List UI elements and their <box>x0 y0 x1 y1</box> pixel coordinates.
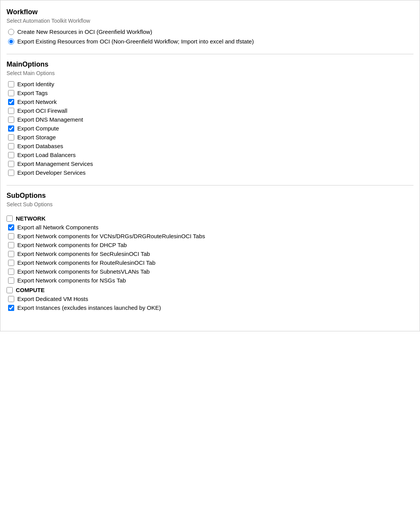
main-options-title: MainOptions <box>7 60 413 69</box>
checkbox-export-instances[interactable] <box>8 305 14 311</box>
workflow-option-greenfield[interactable]: Create New Resources in OCI (Greenfield … <box>8 28 413 35</box>
label-export-storage: Export Storage <box>17 134 56 140</box>
checkbox-export-identity[interactable] <box>8 81 14 87</box>
group-checkbox-compute-group[interactable] <box>7 287 13 293</box>
label-export-network: Export Network <box>17 99 57 105</box>
group-header-compute-group: COMPUTE <box>7 287 412 293</box>
workflow-radio-group: Create New Resources in OCI (Greenfield … <box>7 28 413 45</box>
main-option-export-network[interactable]: Export Network <box>8 99 412 105</box>
sub-option-export-secrules[interactable]: Export Network components for SecRulesin… <box>8 251 412 257</box>
sub-options-scroll[interactable]: NETWORKExport all Network ComponentsExpo… <box>7 212 413 314</box>
main-option-export-identity[interactable]: Export Identity <box>8 81 412 87</box>
label-export-secrules: Export Network components for SecRulesin… <box>17 251 150 257</box>
workflow-label-greenfield: Create New Resources in OCI (Greenfield … <box>17 28 152 35</box>
sub-options-subtitle: Select Sub Options <box>7 201 413 207</box>
label-export-identity: Export Identity <box>17 81 54 87</box>
checkbox-export-tags[interactable] <box>8 90 14 96</box>
sub-options-title: SubOptions <box>7 192 413 200</box>
label-export-subnetsvlans: Export Network components for SubnetsVLA… <box>17 268 150 275</box>
checkbox-export-dhcp[interactable] <box>8 242 14 248</box>
divider-1 <box>7 54 413 54</box>
checkbox-export-subnetsvlans[interactable] <box>8 269 14 275</box>
workflow-section: Workflow Select Automation Toolkit Workf… <box>7 8 413 45</box>
main-option-export-developer-services[interactable]: Export Developer Services <box>8 169 412 176</box>
workflow-option-non-greenfield[interactable]: Export Existing Resources from OCI (Non-… <box>8 38 413 45</box>
workflow-radio-non-greenfield[interactable] <box>8 38 14 45</box>
group-label-compute-group: COMPUTE <box>16 287 45 293</box>
label-export-compute: Export Compute <box>17 125 59 132</box>
group-header-network-group: NETWORK <box>7 215 412 222</box>
checkbox-export-nsgs[interactable] <box>8 277 14 284</box>
page-container: Workflow Select Automation Toolkit Workf… <box>0 0 420 331</box>
main-option-export-load-balancers[interactable]: Export Load Balancers <box>8 152 412 158</box>
checkbox-export-databases[interactable] <box>8 143 14 149</box>
checkbox-export-network[interactable] <box>8 99 14 105</box>
group-items-network-group: Export all Network ComponentsExport Netw… <box>7 224 412 284</box>
group-label-network-group: NETWORK <box>16 215 46 222</box>
label-export-developer-services: Export Developer Services <box>17 169 86 176</box>
label-export-routerules: Export Network components for RouteRules… <box>17 259 155 266</box>
main-option-export-tags[interactable]: Export Tags <box>8 90 412 96</box>
main-option-export-oci-firewall[interactable]: Export OCI Firewall <box>8 107 412 114</box>
label-export-nsgs: Export Network components for NSGs Tab <box>17 277 126 284</box>
checkbox-export-vcns-drgs[interactable] <box>8 233 14 239</box>
main-option-export-compute[interactable]: Export Compute <box>8 125 412 132</box>
sub-option-export-routerules[interactable]: Export Network components for RouteRules… <box>8 259 412 266</box>
sub-option-export-subnetsvlans[interactable]: Export Network components for SubnetsVLA… <box>8 268 412 275</box>
checkbox-export-routerules[interactable] <box>8 260 14 266</box>
workflow-label-non-greenfield: Export Existing Resources from OCI (Non-… <box>17 38 254 45</box>
checkbox-export-dns-management[interactable] <box>8 117 14 123</box>
main-option-export-databases[interactable]: Export Databases <box>8 143 412 149</box>
checkbox-export-developer-services[interactable] <box>8 170 14 176</box>
checkbox-export-dedicated-vm[interactable] <box>8 296 14 302</box>
workflow-subtitle: Select Automation Toolkit Workflow <box>7 18 413 24</box>
group-checkbox-network-group[interactable] <box>7 216 13 222</box>
sub-option-export-dhcp[interactable]: Export Network components for DHCP Tab <box>8 242 412 248</box>
main-option-export-dns-management[interactable]: Export DNS Management <box>8 116 412 123</box>
label-export-instances: Export Instances (excludes instances lau… <box>17 304 161 311</box>
label-export-management-services: Export Management Services <box>17 160 93 167</box>
sub-option-export-instances[interactable]: Export Instances (excludes instances lau… <box>8 304 412 311</box>
label-export-load-balancers: Export Load Balancers <box>17 152 76 158</box>
checkbox-export-oci-firewall[interactable] <box>8 108 14 114</box>
workflow-title: Workflow <box>7 8 413 16</box>
label-export-oci-firewall: Export OCI Firewall <box>17 107 67 114</box>
workflow-radio-greenfield[interactable] <box>8 29 14 35</box>
checkbox-export-all-network[interactable] <box>8 224 14 231</box>
group-items-compute-group: Export Dedicated VM HostsExport Instance… <box>7 296 412 311</box>
sub-option-export-nsgs[interactable]: Export Network components for NSGs Tab <box>8 277 412 284</box>
sub-options-section: SubOptions Select Sub Options NETWORKExp… <box>7 192 413 314</box>
sub-options-container: NETWORKExport all Network ComponentsExpo… <box>7 215 412 311</box>
checkbox-export-load-balancers[interactable] <box>8 152 14 158</box>
label-export-vcns-drgs: Export Network components for VCNs/DRGs/… <box>17 233 205 239</box>
main-option-export-management-services[interactable]: Export Management Services <box>8 160 412 167</box>
label-export-dedicated-vm: Export Dedicated VM Hosts <box>17 296 88 302</box>
label-export-databases: Export Databases <box>17 143 63 149</box>
sub-option-export-vcns-drgs[interactable]: Export Network components for VCNs/DRGs/… <box>8 233 412 239</box>
checkbox-export-storage[interactable] <box>8 134 14 140</box>
main-options-list: Export IdentityExport TagsExport Network… <box>7 81 412 176</box>
sub-option-export-dedicated-vm[interactable]: Export Dedicated VM Hosts <box>8 296 412 302</box>
main-options-scroll[interactable]: Export IdentityExport TagsExport Network… <box>7 81 413 176</box>
sub-option-export-all-network[interactable]: Export all Network Components <box>8 224 412 231</box>
label-export-tags: Export Tags <box>17 90 48 96</box>
main-option-export-storage[interactable]: Export Storage <box>8 134 412 140</box>
checkbox-export-management-services[interactable] <box>8 161 14 167</box>
label-export-dhcp: Export Network components for DHCP Tab <box>17 242 127 248</box>
label-export-all-network: Export all Network Components <box>17 224 98 231</box>
divider-2 <box>7 185 413 185</box>
main-options-section: MainOptions Select Main Options Export I… <box>7 60 413 176</box>
checkbox-export-compute[interactable] <box>8 125 14 132</box>
main-options-subtitle: Select Main Options <box>7 70 413 76</box>
checkbox-export-secrules[interactable] <box>8 251 14 257</box>
label-export-dns-management: Export DNS Management <box>17 116 83 123</box>
